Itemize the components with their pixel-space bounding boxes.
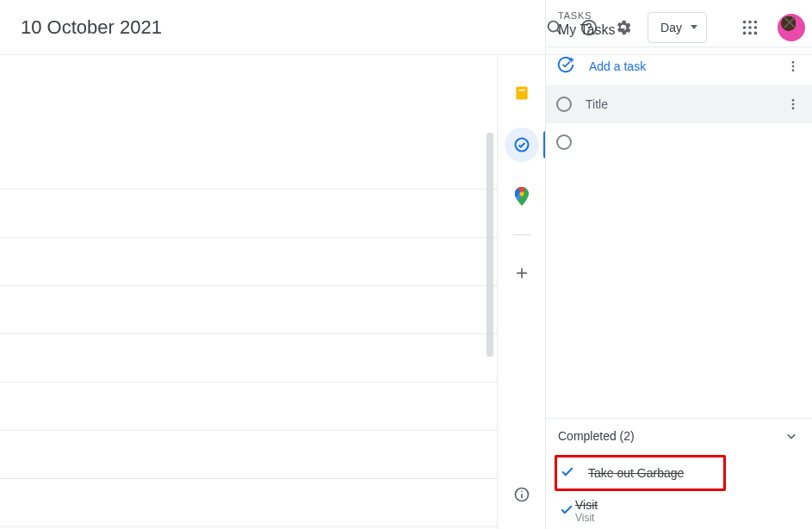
close-panel-button[interactable]	[776, 9, 803, 36]
date-title: 10 October 2021	[21, 16, 162, 39]
hour-slot[interactable]	[0, 190, 497, 238]
hour-slot[interactable]	[0, 238, 497, 286]
hour-slot[interactable]	[0, 431, 497, 479]
svg-point-27	[792, 65, 795, 68]
completed-toggle[interactable]: Completed (2)	[546, 418, 812, 453]
svg-point-26	[792, 61, 795, 64]
svg-point-16	[519, 192, 524, 196]
scrollbar[interactable]	[487, 133, 493, 357]
tasks-panel: TASKS My Tasks Add a task Title	[545, 0, 812, 529]
side-panel-rail	[497, 55, 545, 529]
hour-slot[interactable]	[0, 334, 497, 383]
task-title-input[interactable]: Title	[586, 97, 608, 111]
close-icon	[780, 13, 799, 32]
maps-pin-icon	[514, 187, 530, 206]
svg-rect-13	[516, 87, 527, 100]
task-complete-toggle[interactable]	[556, 134, 572, 150]
completed-task-title: Take out Garbage	[588, 466, 684, 480]
keep-button[interactable]	[505, 76, 539, 110]
chevron-down-icon	[783, 427, 800, 445]
svg-point-29	[792, 99, 795, 102]
hour-slot[interactable]	[0, 286, 497, 334]
maps-button[interactable]	[505, 179, 539, 214]
chevron-down-icon	[618, 28, 625, 33]
completed-task-row[interactable]: Visit Visit	[546, 493, 812, 529]
tasks-list-selector[interactable]: My Tasks	[558, 22, 800, 38]
plus-icon	[513, 264, 530, 282]
task-row[interactable]: Title	[546, 85, 812, 123]
task-row-empty[interactable]	[546, 123, 812, 161]
keep-icon	[513, 84, 530, 102]
check-icon	[558, 501, 575, 521]
more-vert-icon	[786, 59, 800, 73]
svg-point-31	[792, 107, 795, 109]
check-icon	[559, 463, 576, 483]
annotation-highlight: Take out Garbage	[555, 455, 726, 491]
hour-slot[interactable]	[0, 479, 497, 527]
svg-rect-14	[518, 90, 524, 91]
svg-point-30	[792, 103, 795, 106]
list-menu-button[interactable]	[783, 56, 803, 77]
task-complete-toggle[interactable]	[556, 96, 572, 112]
completed-task-note: Visit	[575, 512, 598, 524]
completed-task-row[interactable]: Take out Garbage	[559, 459, 684, 487]
svg-point-21	[521, 490, 523, 492]
addons-button[interactable]	[505, 256, 539, 290]
tasks-button[interactable]	[505, 128, 539, 162]
tasks-list-name-text: My Tasks	[558, 22, 615, 38]
rail-divider	[513, 234, 530, 235]
add-task-row[interactable]: Add a task	[546, 47, 812, 85]
tasks-section-label: TASKS	[558, 10, 800, 21]
task-menu-button[interactable]	[783, 94, 803, 115]
tasks-header: TASKS My Tasks	[546, 0, 812, 47]
hour-slot[interactable]	[0, 383, 497, 431]
hour-slot[interactable]	[0, 141, 497, 190]
svg-point-28	[792, 69, 795, 72]
info-button[interactable]	[505, 477, 539, 512]
completed-section: Completed (2) Take out Garbage Visit Vis	[546, 418, 812, 529]
completed-task-title: Visit	[575, 498, 598, 512]
calendar-day-grid[interactable]	[0, 55, 497, 529]
add-task-label: Add a task	[589, 59, 646, 73]
info-icon	[513, 486, 530, 503]
more-vert-icon	[786, 97, 800, 111]
tasks-icon	[513, 136, 530, 153]
add-task-icon	[556, 55, 575, 78]
completed-header-text: Completed (2)	[558, 429, 635, 443]
